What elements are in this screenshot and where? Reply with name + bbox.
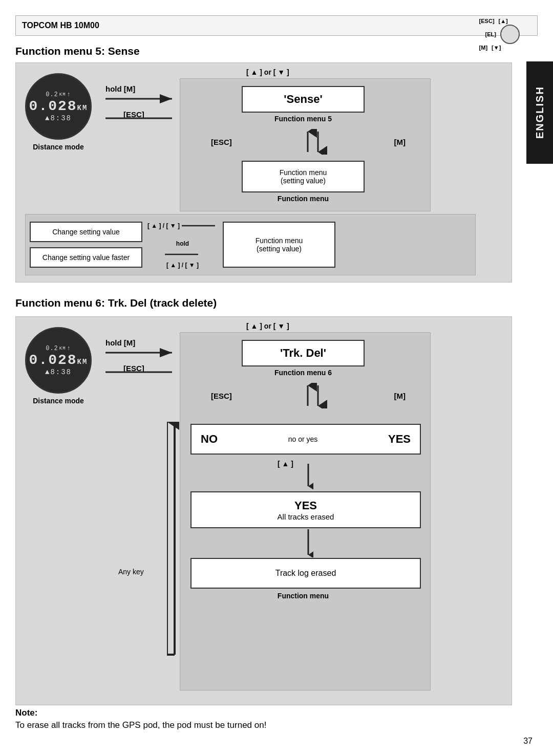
section1-device-circle: 0.2KM↑ 0.028KM ▲8:38	[25, 73, 92, 140]
s1-fm-setting-box: Function menu(setting value)	[242, 161, 365, 192]
s1-fm5-label: Function menu 5	[242, 115, 365, 123]
section1-device-area: 0.2KM↑ 0.028KM ▲8:38 Distance mode	[25, 73, 92, 151]
s1-arrow-right	[105, 93, 177, 105]
esc-key-label: [ESC]	[479, 17, 495, 25]
s1-esc-key: [ESC]	[211, 138, 232, 146]
s1-device-label: Distance mode	[33, 143, 84, 151]
s1-esc-m-area: [ESC] [M]	[211, 129, 406, 155]
english-tab: ENGLISH	[526, 61, 553, 164]
up-key-label: [▲]	[499, 17, 508, 25]
s2-no-label: NO	[201, 433, 218, 446]
note-section: Note: To erase all tracks from the GPS p…	[15, 708, 512, 730]
s2-esc-key: [ESC]	[211, 392, 232, 400]
s2-no-or-yes: no or yes	[288, 435, 318, 443]
s1-change-faster-box: Change setting value faster	[30, 247, 142, 268]
s2-yes-label: YES	[388, 433, 411, 446]
s1-up-arrow	[297, 129, 328, 155]
section1-flow-bg: 0.2KM↑ 0.028KM ▲8:38 Distance mode hold …	[15, 62, 512, 283]
el-key-label: [EL]	[485, 31, 496, 38]
page-number: 37	[523, 737, 533, 746]
section2-flow-bg: 0.2KM↑ 0.028KM ▲8:38 Distance mode hold …	[15, 316, 512, 705]
section2-device-circle: 0.2KM↑ 0.028KM ▲8:38	[25, 327, 92, 394]
s1-lower-section: Change setting value Change setting valu…	[25, 214, 476, 275]
s2-arrow-down2	[303, 529, 313, 557]
header-bar: TOPCOM HB 10M00	[15, 15, 538, 36]
down-key-label: [▼]	[492, 44, 501, 51]
s2-updown-label: [ ▲ ] or [ ▼ ]	[246, 322, 289, 330]
s1-hold-label: hold	[176, 240, 189, 247]
note-title: Note:	[15, 708, 512, 718]
s2-device-label: Distance mode	[33, 397, 84, 405]
s2-trkdel-box: 'Trk. Del'	[242, 340, 365, 366]
s2-no-yes-box: NO no or yes YES	[190, 424, 421, 455]
s1-updown-label: [ ▲ ] or [ ▼ ]	[246, 68, 289, 76]
s2-fm6-label: Function menu 6	[242, 369, 365, 377]
nav-controls: [ESC] [▲] [EL] [M] [▼]	[479, 17, 520, 52]
s2-top-line: 0.2KM↑	[46, 345, 71, 352]
s1-hold-keys: [ ▲ ] / [ ▼ ]	[166, 262, 199, 269]
s2-hold-m-label: hold [M]	[105, 338, 135, 347]
s1-arrow-left	[105, 112, 177, 124]
section1-title: Function menu 5: Sense	[15, 45, 140, 57]
s1-main-display: 0.028KM	[29, 98, 88, 114]
section2-title: Function menu 6: Trk. Del (track delete)	[15, 297, 217, 309]
s1-m-key: [M]	[394, 138, 406, 146]
s1-left-arrow1	[182, 221, 218, 231]
s1-left-arrow2	[165, 249, 201, 260]
s2-fm-bottom-label: Function menu	[242, 592, 365, 600]
s2-updown-arrows	[297, 383, 328, 408]
s2-m-key: [M]	[394, 392, 406, 400]
section2-device-area: 0.2KM↑ 0.028KM ▲8:38 Distance mode	[25, 327, 92, 405]
s2-up-key-label: [ ▲ ]	[278, 460, 293, 468]
s1-fm-setting-right-box: Function menu(setting value)	[223, 222, 335, 268]
s1-updown-keys: [ ▲ ] / [ ▼ ]	[147, 222, 180, 229]
s2-arrow-right	[105, 347, 177, 359]
s1-change-setting-box: Change setting value	[30, 222, 142, 242]
m-key-label: [M]	[479, 44, 488, 51]
header-title: TOPCOM HB 10M00	[22, 21, 99, 30]
s2-arrow-down1	[303, 464, 313, 489]
s2-yes-all-tracks-box: YES All tracks erased	[190, 491, 421, 528]
s1-right-panel: 'Sense' Function menu 5 [ESC] [M] Functi…	[180, 78, 431, 211]
s2-main-display: 0.028KM	[29, 352, 88, 368]
s2-right-panel: 'Trk. Del' Function menu 6 [ESC] [M] NO …	[180, 332, 431, 690]
s2-arrow-left	[105, 366, 177, 378]
s2-esc-m-area: [ESC] [M]	[211, 383, 406, 408]
s1-bottom-line: ▲8:38	[45, 114, 72, 122]
s2-any-key-label: Any key	[118, 568, 144, 576]
s2-big-vertical-arrow	[167, 422, 182, 657]
note-text: To erase all tracks from the GPS pod, th…	[15, 720, 512, 730]
nav-circle	[500, 25, 520, 44]
s1-top-line: 0.2KM↑	[46, 91, 71, 98]
s1-hold-m-label: hold [M]	[105, 84, 135, 93]
s2-bottom-line: ▲8:38	[45, 368, 72, 376]
s1-sense-box: 'Sense'	[242, 86, 365, 113]
s2-track-log-box: Track log erased	[190, 558, 421, 589]
s1-fm-label: Function menu	[242, 195, 365, 203]
